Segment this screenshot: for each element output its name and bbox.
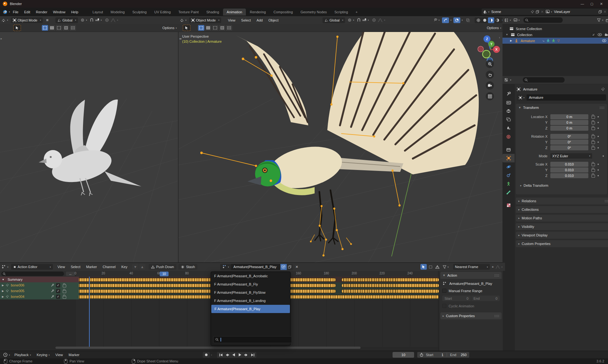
disable-render-camera-icon[interactable] [605, 33, 608, 36]
active-tool-select-button[interactable] [13, 25, 21, 31]
channel-row-bone004[interactable]: ▶ bone004 ✓ [0, 294, 79, 299]
pivot-point-button[interactable]: ▾ [348, 18, 354, 22]
tab-object-data[interactable] [502, 179, 515, 188]
menu-key[interactable]: Key [118, 263, 130, 271]
unlink-scene-icon[interactable]: ✕ [541, 10, 544, 14]
dopesheet-mode-select[interactable]: Action Editor ▾ [11, 264, 53, 270]
mode-select[interactable]: Object Mode ▾ [11, 17, 43, 23]
pin-icon[interactable] [6, 295, 9, 298]
lock-icon[interactable] [592, 135, 595, 138]
hide-eye-icon[interactable] [598, 33, 602, 36]
menu-view[interactable]: View [55, 263, 68, 271]
toolbar-expand-chevron-icon[interactable]: ▸ [1, 37, 2, 40]
viewport-left-canvas[interactable] [0, 16, 178, 262]
toggle-perspective-button[interactable] [486, 92, 494, 100]
select-box-invert-button[interactable] [219, 25, 225, 31]
modifier-wrench-icon[interactable] [51, 289, 54, 293]
new-scene-icon[interactable] [536, 10, 539, 14]
outliner-row-armature[interactable]: ▶ Armature ⤷ ▽ [502, 38, 608, 44]
remove-viewlayer-icon[interactable]: ✕ [604, 10, 606, 14]
expand-arrow-icon[interactable]: ▶ [2, 295, 4, 298]
filter-button[interactable]: ▾ [597, 18, 603, 22]
lock-icon[interactable] [592, 122, 595, 124]
snap-toggle-button[interactable] [90, 18, 94, 22]
tab-output[interactable] [502, 107, 515, 115]
bird-model-untextured[interactable] [39, 100, 141, 196]
rotation-y-field[interactable]: 0° [550, 140, 588, 145]
end-frame-field[interactable]: End 0 [471, 296, 500, 301]
tab-scripting[interactable]: Scripting [331, 9, 352, 16]
start-frame-field[interactable]: Start 0 [442, 296, 471, 301]
expand-arrow-icon[interactable]: ▼ [506, 33, 508, 36]
rotation-mode-select[interactable]: XYZ Euler ▾ [550, 153, 592, 159]
panel-grip-icon[interactable] [599, 106, 605, 109]
channel-row-summary[interactable]: ▼ Summary [0, 277, 79, 282]
tab-collection-properties[interactable] [502, 145, 515, 154]
tab-object[interactable] [502, 154, 515, 162]
unlink-action-button[interactable]: ✕ [294, 264, 300, 270]
outliner-search-input[interactable] [523, 17, 563, 23]
select-box-new-button[interactable] [42, 25, 48, 31]
move-channel-down-button[interactable]: ▼ [132, 264, 138, 270]
animate-dot-icon[interactable] [598, 164, 599, 165]
collapsed-menus-button[interactable]: ≡ [46, 18, 48, 22]
gizmo-minus-y-axis[interactable] [483, 50, 490, 58]
jump-to-start-button[interactable] [218, 352, 224, 358]
dropdown-search-input[interactable] [213, 336, 292, 343]
select-box-intersect-button[interactable] [70, 25, 76, 31]
snap-mode-select[interactable]: Nearest Frame ▾ [453, 264, 490, 270]
channel-search-input[interactable] [1, 272, 64, 276]
lock-icon[interactable] [592, 163, 595, 166]
lock-icon[interactable] [592, 127, 595, 130]
dropdown-item-landing[interactable]: F Armature|Pheasant_B_Landing [211, 297, 290, 305]
gizmo-minus-x-axis[interactable] [478, 46, 483, 52]
channel-row-bone006[interactable]: ▶ bone006 ✓ [0, 282, 79, 288]
action-name-field[interactable]: Armature|Pheasant_B_Play [231, 264, 280, 270]
tab-compositing[interactable]: Compositing [270, 9, 297, 16]
current-frame-field[interactable]: 10 [393, 352, 414, 358]
visibility-filter-button[interactable]: ▾ [433, 18, 440, 22]
pin-icon[interactable] [6, 284, 9, 287]
auto-keying-record-button[interactable] [203, 352, 210, 358]
keyframes-summary[interactable] [76, 278, 336, 282]
camera-view-button[interactable] [486, 81, 494, 90]
dropdown-item-acrobatic[interactable]: F Armature|Pheasant_B_Acrobatic [211, 272, 290, 280]
toolbar-expand-chevron-icon[interactable]: ◂▸ [179, 37, 182, 40]
jump-to-next-keyframe-button[interactable] [243, 352, 249, 358]
show-gizmo-button[interactable] [442, 17, 449, 23]
snap-settings-button[interactable]: ▾ [362, 18, 369, 22]
tab-bone[interactable] [502, 188, 515, 197]
shading-material-button[interactable] [488, 17, 494, 23]
snap-add-icon[interactable]: + [492, 265, 494, 269]
show-hidden-channels-button[interactable] [427, 264, 434, 270]
menu-window[interactable]: Window [50, 8, 68, 16]
select-box-intersect-button[interactable] [226, 25, 232, 31]
location-y-field[interactable]: 0 m [550, 120, 588, 125]
app-menu-icon[interactable]: ▾ [3, 9, 10, 15]
new-collection-button[interactable] [606, 18, 608, 22]
channel-enable-checkbox[interactable]: ✓ [56, 283, 60, 287]
rotation-z-field[interactable]: 0° [550, 145, 588, 150]
select-box-subtract-button[interactable] [56, 25, 62, 31]
keyframes-bone006[interactable] [76, 284, 336, 287]
sidebar-collapse-chevron-icon[interactable]: ‹ [499, 36, 500, 39]
object-id-icon-button[interactable]: ▾ [517, 94, 527, 101]
animate-dot-icon[interactable] [598, 122, 599, 123]
outliner-row-scene-collection[interactable]: Scene Collection [502, 26, 608, 32]
tab-render[interactable] [502, 98, 515, 107]
menu-object[interactable]: Object [266, 16, 281, 24]
lock-icon[interactable] [63, 285, 66, 287]
viewport-right-canvas[interactable] [178, 16, 502, 262]
show-errors-button[interactable] [434, 264, 441, 270]
editor-type-button[interactable]: ▾ [180, 18, 187, 22]
push-down-button[interactable]: Push Down [149, 264, 176, 270]
cyclic-animation-row[interactable]: Cyclic Animation [442, 304, 500, 308]
viewlayer-selector[interactable]: ▾ ViewLayer ✕ [544, 9, 608, 15]
tab-modeling[interactable]: Modeling [107, 9, 129, 16]
dropdown-item-flyslow[interactable]: F Armature|Pheasant_B_FlySlow [211, 288, 290, 297]
transform-panel-header[interactable]: ▼Transform [516, 104, 607, 111]
hide-eye-icon[interactable] [602, 39, 606, 42]
tab-animation[interactable]: Animation [223, 9, 246, 16]
select-box-subtract-button[interactable] [212, 25, 218, 31]
play-reverse-button[interactable] [230, 352, 237, 358]
